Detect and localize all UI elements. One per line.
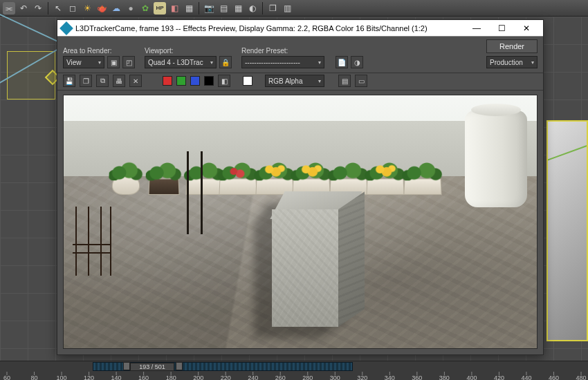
timeline-frame-indicator[interactable]: 193 / 501 <box>130 363 174 371</box>
leaf-icon[interactable]: ✿ <box>139 2 151 15</box>
minimize-button[interactable]: — <box>464 21 489 36</box>
timeline[interactable]: 193 / 501 608010012014016018020022024026… <box>0 361 588 380</box>
plant-row <box>82 153 452 195</box>
print-icon[interactable]: 🖶 <box>113 75 125 87</box>
clone-icon[interactable]: ⧉ <box>96 75 109 87</box>
camera-icon[interactable]: 📷 <box>203 2 215 15</box>
channel-alpha-swatch[interactable] <box>204 76 214 86</box>
panel-icon[interactable]: ▥ <box>281 2 293 15</box>
svg-text:180: 180 <box>166 374 176 380</box>
region-icon[interactable]: ▣ <box>107 56 120 68</box>
channel-green-swatch[interactable] <box>176 76 186 86</box>
clear-icon[interactable]: ✕ <box>129 75 142 87</box>
render-button[interactable]: Render <box>486 39 538 53</box>
teapot-icon[interactable]: 🫖 <box>95 2 108 15</box>
main-toolbar: ⫘ ↶ ↷ ↖ ◻ ☀ 🫖 ☁ ● ✿ HP ◧ ▦ 📷 ▤ ▦ ◐ ❐ ▥ <box>0 0 588 17</box>
sphere-icon[interactable]: ● <box>125 2 137 15</box>
svg-text:160: 160 <box>138 374 149 380</box>
separator <box>48 2 48 15</box>
viewport-dropdown[interactable]: Quad 4 - L3DTrac <box>145 56 217 68</box>
svg-text:260: 260 <box>275 374 286 380</box>
auto-region-icon[interactable]: ◰ <box>122 56 135 68</box>
copy-icon[interactable]: ❐ <box>80 75 92 87</box>
svg-text:240: 240 <box>248 374 258 380</box>
area-to-render-label: Area to Render: <box>63 47 135 55</box>
app-icon <box>59 21 73 35</box>
channel-dropdown[interactable]: RGB Alpha <box>265 75 324 87</box>
svg-text:340: 340 <box>385 374 395 380</box>
channel-red-swatch[interactable] <box>163 76 172 86</box>
render-output-viewport[interactable] <box>63 95 538 349</box>
timeline-handle-left[interactable] <box>123 362 130 370</box>
svg-text:420: 420 <box>494 374 504 380</box>
svg-text:80: 80 <box>31 374 38 380</box>
paint-icon[interactable]: ◧ <box>168 2 181 15</box>
rendered-image <box>64 95 537 348</box>
water-tank <box>465 111 527 207</box>
link-icon[interactable]: ⫘ <box>3 2 15 15</box>
svg-text:300: 300 <box>330 374 340 380</box>
lock-icon[interactable]: 🔒 <box>219 56 232 68</box>
svg-text:380: 380 <box>439 374 450 380</box>
svg-text:440: 440 <box>521 374 531 380</box>
render-frame-window: L3DTrackerCame, frame 193 -- Effects Pre… <box>57 19 544 355</box>
overlay-toggle-icon[interactable]: ▤ <box>338 75 351 87</box>
svg-text:460: 460 <box>549 374 559 380</box>
timeline-handle-right[interactable] <box>176 362 183 370</box>
select-icon[interactable]: ◻ <box>66 2 79 15</box>
area-to-render-dropdown[interactable]: View <box>63 56 104 68</box>
svg-text:360: 360 <box>412 374 422 380</box>
svg-text:480: 480 <box>576 374 586 380</box>
render-preset-label: Render Preset: <box>241 47 363 55</box>
frame-toggle-icon[interactable]: ▭ <box>355 75 367 87</box>
svg-text:320: 320 <box>357 374 367 380</box>
svg-text:400: 400 <box>466 374 477 380</box>
mono-toggle-icon[interactable]: ◧ <box>218 75 230 87</box>
preset-load-icon[interactable]: 📄 <box>336 56 348 68</box>
redo-icon[interactable]: ↷ <box>32 2 44 15</box>
svg-text:200: 200 <box>193 374 203 380</box>
window-title: L3DTrackerCame, frame 193 -- Effects Pre… <box>75 24 464 32</box>
bg-color-swatch[interactable] <box>243 76 252 86</box>
svg-text:220: 220 <box>221 374 231 380</box>
cursor-icon[interactable]: ↖ <box>52 2 64 15</box>
channel-blue-swatch[interactable] <box>190 76 200 86</box>
close-button[interactable]: ✕ <box>514 21 539 36</box>
production-dropdown[interactable]: Production <box>486 56 538 68</box>
viewport-label: Viewport: <box>145 47 232 55</box>
cloud-icon[interactable]: ☁ <box>110 2 122 15</box>
snap-icon[interactable]: ▦ <box>183 2 195 15</box>
separator <box>262 2 263 15</box>
layers-icon[interactable]: ❐ <box>266 2 279 15</box>
svg-text:280: 280 <box>302 374 313 380</box>
undo-icon[interactable]: ↶ <box>17 2 30 15</box>
separator <box>199 2 199 15</box>
render-controls-row1: Area to Render: View ▣ ◰ Viewport: Quad … <box>57 37 543 73</box>
maximize-button[interactable]: ☐ <box>489 21 514 36</box>
grid-icon[interactable]: ▦ <box>232 2 244 15</box>
svg-text:120: 120 <box>84 374 94 380</box>
window-titlebar[interactable]: L3DTrackerCame, frame 193 -- Effects Pre… <box>57 20 543 37</box>
render-controls-row2: 💾 ❐ ⧉ 🖶 ✕ ◧ RGB Alpha ▤ ▭ <box>57 73 543 91</box>
sun-icon[interactable]: ☀ <box>81 2 93 15</box>
concrete-block <box>272 191 369 330</box>
save-image-icon[interactable]: 💾 <box>63 75 75 87</box>
svg-text:100: 100 <box>57 374 67 380</box>
material-icon[interactable]: ◐ <box>246 2 259 15</box>
svg-text:140: 140 <box>111 374 122 380</box>
svg-text:60: 60 <box>3 374 10 380</box>
pole <box>187 151 189 234</box>
render-preset-dropdown[interactable]: ------------------------ <box>241 56 324 68</box>
pole <box>201 151 203 234</box>
preset-settings-icon[interactable]: ◑ <box>351 56 363 68</box>
hp-icon[interactable]: HP <box>154 2 166 15</box>
chair <box>68 207 117 283</box>
secondary-viewport[interactable] <box>546 120 588 341</box>
render-icon[interactable]: ▤ <box>217 2 230 15</box>
